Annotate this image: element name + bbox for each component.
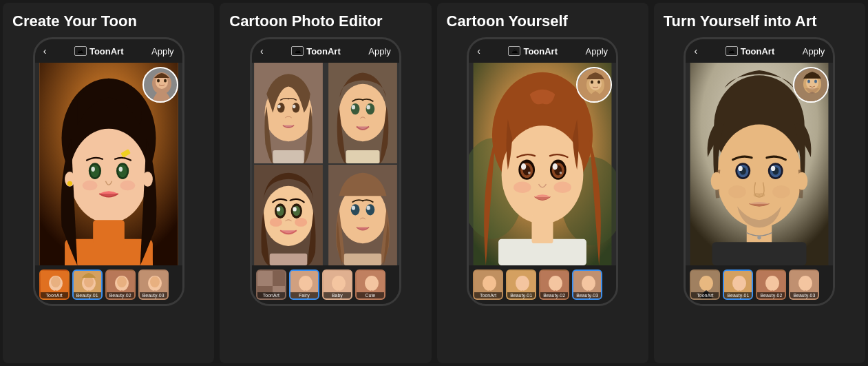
app-name-4: ToonArt [741,46,775,57]
thumb-item-beauty01-4[interactable]: Beauty-01 [723,270,753,300]
thumb-item-beauty02-3[interactable]: Beauty-02 [539,270,569,300]
face-grid [252,63,399,265]
phone-bottom-bar-1: ToonArt Beauty-01 Beauty-02 Beauty-03 [35,265,182,304]
thumb-label-beauty03-1: Beauty-03 [140,292,167,298]
apply-btn-4[interactable]: Apply [803,46,825,57]
thumb-label-toonart-3: ToonArt [474,292,502,298]
svg-point-44 [339,84,386,141]
phone-top-bar-1: ‹ ToonArt Apply [35,39,182,63]
apply-btn-1[interactable]: Apply [151,46,174,57]
svg-point-95 [560,172,562,174]
card-4-title: Turn Yourself into Art [661,12,858,37]
svg-point-74 [299,276,313,291]
svg-point-128 [796,172,807,190]
phone-mockup-4: ‹ ToonArt Apply [684,37,835,306]
phone-content-3 [469,63,616,265]
card-4: Turn Yourself into Art ‹ ToonArt Apply [654,3,865,363]
thumb-label-beauty02-4: Beauty-02 [757,292,785,298]
apply-btn-2[interactable]: Apply [368,46,391,57]
phone-top-bar-4: ‹ ToonArt Apply [686,39,833,63]
grid-cell-4 [326,165,399,265]
thumb-item-toonart-1[interactable]: ToonArt [39,270,70,300]
svg-point-129 [729,185,747,198]
svg-point-96 [514,182,531,193]
thumb-label-beauty01-4: Beauty-01 [724,292,752,298]
svg-point-46 [366,103,374,114]
svg-rect-42 [273,150,304,163]
icon-area-1: ToonArt [74,46,124,57]
phone-content-4 [686,63,833,265]
apply-btn-3[interactable]: Apply [586,46,608,57]
back-icon-4[interactable]: ‹ [694,45,697,57]
svg-point-106 [516,276,529,291]
svg-point-126 [759,193,765,196]
thumb-circle-1 [142,67,178,103]
svg-point-83 [502,126,584,224]
svg-point-13 [118,167,122,172]
card-3-title: Cartoon Yourself [444,12,642,37]
thumb-label-toonart-4: ToonArt [691,292,719,298]
thumb-item-cute[interactable]: Cute [355,270,385,300]
svg-point-143 [798,276,812,291]
thumb-item-toonart-3[interactable]: ToonArt [473,270,503,300]
svg-point-110 [582,276,595,291]
svg-rect-69 [257,271,273,286]
thumb-label-cute: Cute [357,292,384,298]
svg-point-92 [521,163,526,170]
thumb-item-beauty03-1[interactable]: Beauty-03 [138,270,169,300]
svg-point-4 [70,129,147,223]
thumb-item-toonart-2[interactable]: ToonArt [256,270,286,300]
phone-top-bar-2: ‹ ToonArt Apply [252,39,399,63]
app-name-3: ToonArt [523,46,558,57]
svg-point-127 [711,172,722,190]
svg-point-47 [352,105,355,110]
svg-point-123 [739,166,743,171]
thumb-label-beauty01-3: Beauty-01 [507,292,535,298]
svg-point-78 [365,276,379,291]
icon-area-4: ToonArt [726,46,775,57]
svg-point-113 [717,125,802,228]
thumb-item-fairy[interactable]: Fairy [289,270,319,300]
card-1: Create Your Toon ‹ ToonArt Apply [3,3,214,363]
thumb-item-beauty03-4[interactable]: Beauty-03 [789,270,819,300]
app-name-1: ToonArt [89,46,124,57]
card-2: Cartoon Photo Editor ‹ ToonArt Apply [220,3,431,363]
svg-point-137 [699,276,713,291]
card-2-title: Cartoon Photo Editor [226,12,424,37]
svg-point-56 [277,207,280,212]
thumb-item-toonart-4[interactable]: ToonArt [690,270,720,300]
phone-bottom-bar-4: ToonArt Beauty-01 Beauty-02 Beauty-03 [686,265,833,304]
svg-rect-60 [270,254,307,265]
svg-point-29 [84,276,94,287]
app-name-2: ToonArt [306,46,341,57]
back-icon-2[interactable]: ‹ [260,45,264,57]
thumb-item-baby[interactable]: Baby [322,270,352,300]
image-icon-2 [291,46,304,56]
thumb-label-beauty03-4: Beauty-03 [790,292,818,298]
icon-area-2: ToonArt [291,46,341,57]
thumb-item-beauty01-3[interactable]: Beauty-01 [506,270,536,300]
back-icon-3[interactable]: ‹ [477,45,480,57]
back-icon-1[interactable]: ‹ [43,45,47,57]
svg-point-135 [814,80,817,83]
svg-point-17 [67,181,72,186]
thumb-item-beauty02-4[interactable]: Beauty-02 [756,270,786,300]
phone-mockup-2: ‹ ToonArt Apply [250,37,401,306]
phone-content-1 [35,63,182,265]
thumb-item-beauty01-1[interactable]: Beauty-01 [72,270,103,300]
thumb-label-toonart-1: ToonArt [41,292,68,298]
svg-rect-7 [93,221,125,246]
thumb-label-toonart-2: ToonArt [257,292,285,298]
svg-point-16 [142,172,153,187]
svg-point-19 [120,181,135,191]
svg-point-64 [366,205,374,216]
svg-point-93 [553,163,558,170]
thumb-item-beauty02-1[interactable]: Beauty-02 [105,270,136,300]
svg-point-102 [597,81,600,84]
thumb-label-beauty03-3: Beauty-03 [573,292,601,298]
svg-point-57 [293,207,296,212]
svg-point-32 [117,276,127,287]
svg-point-41 [293,105,296,108]
svg-point-124 [771,166,775,171]
thumb-item-beauty03-3[interactable]: Beauty-03 [572,270,602,300]
